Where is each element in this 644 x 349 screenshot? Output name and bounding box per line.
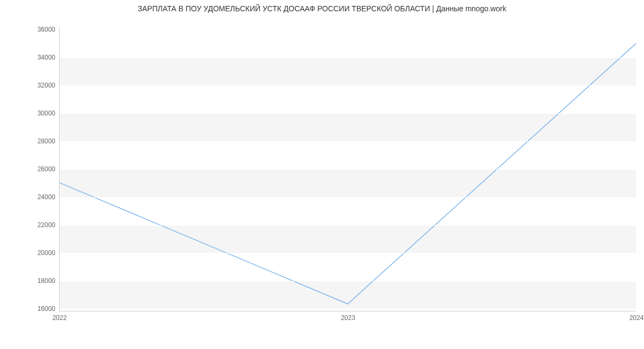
chart-title: ЗАРПЛАТА В ПОУ УДОМЕЛЬСКИЙ УСТК ДОСААФ Р… — [0, 4, 644, 13]
gridline — [60, 141, 636, 142]
x-tick-label: 2024 — [630, 311, 644, 322]
y-tick-label: 28000 — [38, 137, 60, 145]
gridline — [60, 57, 636, 58]
gridline — [60, 30, 636, 30]
gridline — [60, 225, 636, 226]
y-tick-label: 18000 — [38, 277, 60, 285]
x-tick-label: 2023 — [341, 311, 355, 322]
chart-container: ЗАРПЛАТА В ПОУ УДОМЕЛЬСКИЙ УСТК ДОСААФ Р… — [0, 0, 644, 349]
gridline — [60, 85, 636, 86]
y-tick-label: 34000 — [38, 54, 60, 61]
gridline — [60, 197, 636, 198]
series-line — [60, 43, 636, 304]
gridline — [60, 309, 636, 309]
y-tick-label: 26000 — [38, 165, 60, 173]
y-tick-label: 22000 — [38, 221, 60, 229]
y-tick-label: 30000 — [38, 110, 60, 117]
y-tick-label: 36000 — [38, 26, 60, 33]
y-tick-label: 24000 — [38, 193, 60, 201]
x-tick-label: 2022 — [53, 311, 67, 322]
y-tick-label: 20000 — [38, 249, 60, 257]
plot-area: 1600018000200002200024000260002800030000… — [59, 27, 636, 311]
y-tick-label: 32000 — [38, 82, 60, 89]
gridline — [60, 113, 636, 114]
gridline — [60, 253, 636, 253]
gridline — [60, 281, 636, 281]
gridline — [60, 169, 636, 170]
